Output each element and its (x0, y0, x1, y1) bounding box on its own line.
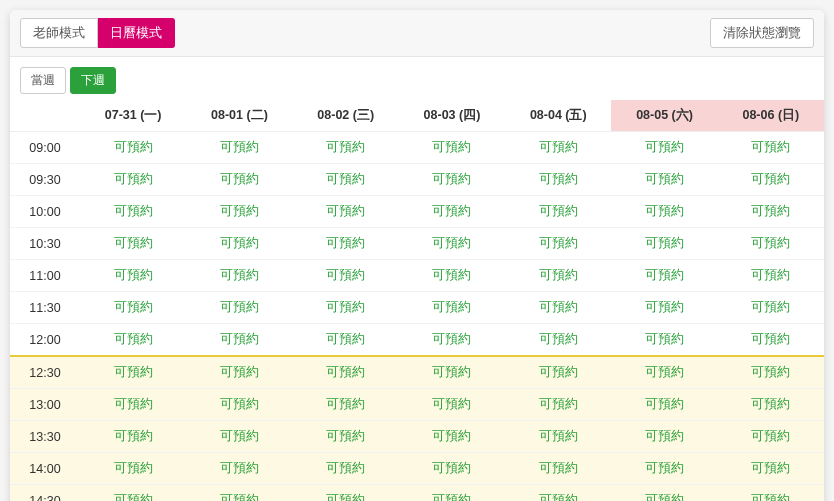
booking-slot[interactable]: 可預約 (718, 164, 824, 196)
booking-slot[interactable]: 可預約 (611, 292, 717, 324)
booking-slot[interactable]: 可預約 (718, 292, 824, 324)
booking-slot[interactable]: 可預約 (293, 196, 399, 228)
booking-slot[interactable]: 可預約 (505, 196, 611, 228)
booking-slot[interactable]: 可預約 (505, 485, 611, 502)
booking-slot[interactable]: 可預約 (80, 453, 186, 485)
schedule-grid-wrapper: 07-31 (一)08-01 (二)08-02 (三)08-03 (四)08-0… (10, 100, 824, 501)
booking-slot[interactable]: 可預約 (80, 292, 186, 324)
booking-slot[interactable]: 可預約 (718, 421, 824, 453)
current-week-button[interactable]: 當週 (20, 67, 66, 94)
booking-slot[interactable]: 可預約 (80, 485, 186, 502)
time-row: 13:00可預約可預約可預約可預約可預約可預約可預約 (10, 389, 824, 421)
booking-slot[interactable]: 可預約 (611, 356, 717, 389)
booking-slot[interactable]: 可預約 (399, 132, 505, 164)
booking-slot[interactable]: 可預約 (186, 228, 292, 260)
booking-slot[interactable]: 可預約 (293, 228, 399, 260)
booking-slot[interactable]: 可預約 (611, 389, 717, 421)
booking-slot[interactable]: 可預約 (293, 453, 399, 485)
booking-slot[interactable]: 可預約 (611, 164, 717, 196)
tab-calendar-mode[interactable]: 日曆模式 (98, 18, 175, 48)
booking-slot[interactable]: 可預約 (399, 292, 505, 324)
booking-slot[interactable]: 可預約 (186, 196, 292, 228)
booking-slot[interactable]: 可預約 (399, 164, 505, 196)
booking-slot[interactable]: 可預約 (505, 132, 611, 164)
time-label: 14:00 (10, 453, 80, 485)
booking-slot[interactable]: 可預約 (80, 356, 186, 389)
booking-slot[interactable]: 可預約 (718, 260, 824, 292)
booking-slot[interactable]: 可預約 (505, 260, 611, 292)
booking-slot[interactable]: 可預約 (611, 132, 717, 164)
booking-slot[interactable]: 可預約 (186, 292, 292, 324)
booking-slot[interactable]: 可預約 (293, 485, 399, 502)
booking-slot[interactable]: 可預約 (718, 389, 824, 421)
calendar-panel: 老師模式 日曆模式 清除狀態瀏覽 當週 下週 07-31 (一)08-01 (二… (10, 10, 824, 501)
booking-slot[interactable]: 可預約 (718, 453, 824, 485)
booking-slot[interactable]: 可預約 (186, 164, 292, 196)
booking-slot[interactable]: 可預約 (80, 389, 186, 421)
booking-slot[interactable]: 可預約 (80, 421, 186, 453)
booking-slot[interactable]: 可預約 (611, 228, 717, 260)
booking-slot[interactable]: 可預約 (293, 389, 399, 421)
time-row: 12:00可預約可預約可預約可預約可預約可預約可預約 (10, 324, 824, 357)
booking-slot[interactable]: 可預約 (399, 421, 505, 453)
booking-slot[interactable]: 可預約 (399, 485, 505, 502)
booking-slot[interactable]: 可預約 (80, 196, 186, 228)
time-row: 10:30可預約可預約可預約可預約可預約可預約可預約 (10, 228, 824, 260)
booking-slot[interactable]: 可預約 (399, 260, 505, 292)
booking-slot[interactable]: 可預約 (505, 228, 611, 260)
time-row: 10:00可預約可預約可預約可預約可預約可預約可預約 (10, 196, 824, 228)
booking-slot[interactable]: 可預約 (399, 196, 505, 228)
booking-slot[interactable]: 可預約 (186, 453, 292, 485)
booking-slot[interactable]: 可預約 (80, 164, 186, 196)
booking-slot[interactable]: 可預約 (611, 453, 717, 485)
booking-slot[interactable]: 可預約 (399, 389, 505, 421)
booking-slot[interactable]: 可預約 (186, 132, 292, 164)
booking-slot[interactable]: 可預約 (80, 260, 186, 292)
booking-slot[interactable]: 可預約 (80, 132, 186, 164)
booking-slot[interactable]: 可預約 (80, 228, 186, 260)
next-week-button[interactable]: 下週 (70, 67, 116, 94)
booking-slot[interactable]: 可預約 (718, 485, 824, 502)
booking-slot[interactable]: 可預約 (718, 324, 824, 357)
booking-slot[interactable]: 可預約 (293, 324, 399, 357)
booking-slot[interactable]: 可預約 (505, 324, 611, 357)
booking-slot[interactable]: 可預約 (718, 356, 824, 389)
clear-status-button[interactable]: 清除狀態瀏覽 (710, 18, 814, 48)
booking-slot[interactable]: 可預約 (611, 260, 717, 292)
booking-slot[interactable]: 可預約 (293, 260, 399, 292)
booking-slot[interactable]: 可預約 (505, 389, 611, 421)
booking-slot[interactable]: 可預約 (186, 356, 292, 389)
day-header: 08-03 (四) (399, 100, 505, 132)
booking-slot[interactable]: 可預約 (718, 196, 824, 228)
booking-slot[interactable]: 可預約 (505, 453, 611, 485)
booking-slot[interactable]: 可預約 (186, 421, 292, 453)
booking-slot[interactable]: 可預約 (399, 453, 505, 485)
booking-slot[interactable]: 可預約 (505, 356, 611, 389)
booking-slot[interactable]: 可預約 (293, 421, 399, 453)
time-row: 09:30可預約可預約可預約可預約可預約可預約可預約 (10, 164, 824, 196)
booking-slot[interactable]: 可預約 (293, 132, 399, 164)
booking-slot[interactable]: 可預約 (505, 164, 611, 196)
booking-slot[interactable]: 可預約 (293, 356, 399, 389)
tab-teacher-mode[interactable]: 老師模式 (20, 18, 98, 48)
booking-slot[interactable]: 可預約 (505, 421, 611, 453)
booking-slot[interactable]: 可預約 (611, 324, 717, 357)
booking-slot[interactable]: 可預約 (718, 132, 824, 164)
day-header: 08-04 (五) (505, 100, 611, 132)
booking-slot[interactable]: 可預約 (399, 356, 505, 389)
booking-slot[interactable]: 可預約 (611, 421, 717, 453)
booking-slot[interactable]: 可預約 (186, 485, 292, 502)
booking-slot[interactable]: 可預約 (718, 228, 824, 260)
booking-slot[interactable]: 可預約 (186, 324, 292, 357)
booking-slot[interactable]: 可預約 (399, 228, 505, 260)
booking-slot[interactable]: 可預約 (293, 292, 399, 324)
booking-slot[interactable]: 可預約 (293, 164, 399, 196)
booking-slot[interactable]: 可預約 (186, 260, 292, 292)
booking-slot[interactable]: 可預約 (399, 324, 505, 357)
booking-slot[interactable]: 可預約 (611, 485, 717, 502)
booking-slot[interactable]: 可預約 (611, 196, 717, 228)
booking-slot[interactable]: 可預約 (80, 324, 186, 357)
time-label: 10:00 (10, 196, 80, 228)
booking-slot[interactable]: 可預約 (186, 389, 292, 421)
booking-slot[interactable]: 可預約 (505, 292, 611, 324)
